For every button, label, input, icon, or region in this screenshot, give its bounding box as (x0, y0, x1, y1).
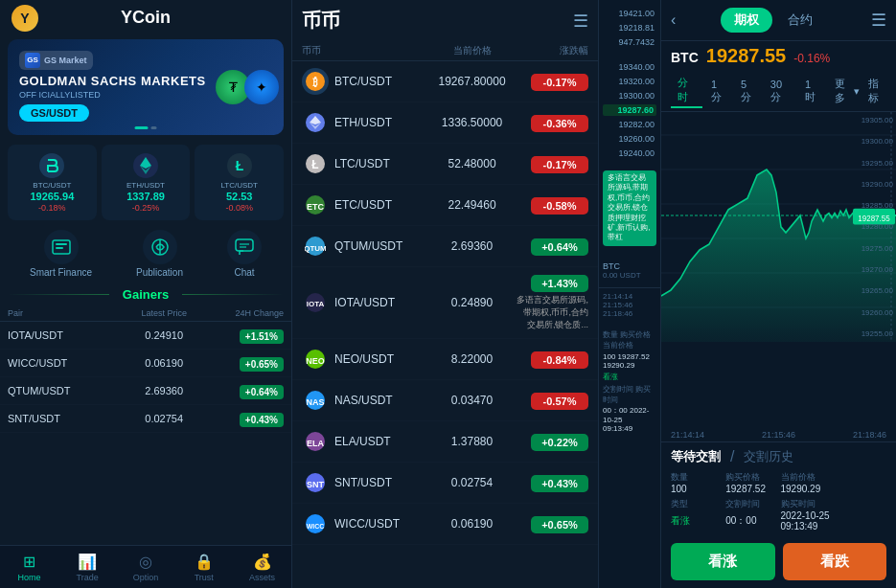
ltc-change: -0.08% (225, 203, 253, 213)
list-item[interactable]: WICC WICC/USDT 0.06190 +0.65% (292, 504, 598, 545)
p3-qty-label: 数量 购买价格 当前价格 (603, 329, 656, 351)
btc-price: 19265.94 (30, 191, 74, 202)
tab-1min[interactable]: 1分 (704, 77, 732, 106)
snt-pair: SNT/USDT (334, 476, 392, 489)
type-value: 看涨 (671, 514, 722, 528)
crypto-cards: BTC/USDT 19265.94 -0.18% ETH/USDT 1337.8… (0, 139, 291, 226)
buy-button[interactable]: 看涨 (671, 543, 775, 580)
trade-icon: 📊 (78, 552, 97, 571)
nas-change: -0.57% (517, 392, 588, 410)
p2-menu-icon[interactable]: ☰ (573, 11, 588, 32)
eth-price: 1336.50000 (427, 116, 517, 129)
gainers-title: Gainers (123, 287, 169, 302)
nas-coin-icon: NAS (302, 387, 329, 414)
ltc-coin-icon: Ł (302, 150, 329, 177)
btc-card[interactable]: BTC/USDT 19265.94 -0.18% (8, 145, 97, 220)
list-item[interactable]: ₿ BTC/USDT 19267.80000 -0.17% (292, 61, 598, 102)
list-item[interactable]: QTUM QTUM/USDT 2.69360 +0.64% (292, 226, 598, 267)
coin-info-qtum: QTUM QTUM/USDT (302, 233, 427, 260)
list-item[interactable]: IOTA IOTA/USDT 0.24890 +1.43% 多语言交易所源码,带… (292, 267, 598, 339)
chat-label: Chat (234, 267, 254, 278)
nav-trade[interactable]: 📊 Trade (58, 552, 117, 582)
smart-finance-label: Smart Finance (30, 267, 92, 278)
p3-buy-date: 09:13:49 (603, 424, 656, 433)
time-label-3: 21:18:46 (853, 430, 886, 440)
tab-fenshi[interactable]: 分时 (671, 74, 702, 108)
list-item[interactable]: ETC ETC/USDT 22.49460 -0.58% (292, 185, 598, 226)
publication-link[interactable]: Publication (136, 230, 183, 278)
table-row[interactable]: QTUM/USDT 2.69360 +0.64% (0, 377, 291, 405)
p4-menu-icon[interactable]: ☰ (871, 10, 886, 31)
trade-tab-history[interactable]: 交割历史 (744, 448, 793, 465)
table-row[interactable]: WICC/USDT 0.06190 +0.65% (0, 350, 291, 377)
list-item[interactable]: ETH/USDT 1336.50000 -0.36% (292, 102, 598, 144)
row-change: +0.43% (210, 410, 284, 427)
row-change: +0.65% (210, 354, 284, 372)
price-row: BTC 19287.55 -0.16% (661, 41, 896, 71)
eth-card[interactable]: ETH/USDT 1337.89 -0.25% (102, 145, 191, 220)
coin-info-ltc: Ł LTC/USDT (302, 150, 427, 177)
tab-group: 期权 合约 (721, 8, 826, 33)
svg-rect-8 (56, 247, 63, 249)
row-pair: IOTA/USDT (8, 329, 118, 341)
trade-tab-waiting[interactable]: 等待交割 (671, 448, 721, 465)
nas-price: 0.03470 (427, 394, 517, 407)
back-button[interactable]: ‹ (671, 11, 676, 29)
tab-1h[interactable]: 1时 (798, 77, 826, 106)
row-pair: SNT/USDT (8, 413, 118, 424)
svg-rect-11 (236, 239, 253, 251)
btc-pair: BTC/USDT (334, 75, 392, 88)
list-item[interactable]: ELA ELA/USDT 1.37880 +0.22% (292, 421, 598, 463)
nav-trust[interactable]: 🔒 Trust (174, 552, 233, 582)
bottom-nav: ⊞ Home 📊 Trade ◎ Option 🔒 Trust 💰 Assets (0, 545, 291, 588)
coin-info-eth: ETH/USDT (302, 109, 427, 136)
indicator-button[interactable]: 指标 (868, 77, 886, 105)
tab-5min[interactable]: 5分 (734, 77, 762, 106)
quick-links: Smart Finance Publication C (0, 226, 291, 283)
time-labels: 21:14:14 21:15:46 21:18:46 (599, 287, 660, 322)
buy-price-label: 购买价格 (725, 471, 776, 484)
coin-info-nas: NAS NAS/USDT (302, 387, 427, 414)
ltc-icon: Ł (226, 152, 253, 179)
gs-banner[interactable]: GS GS Market GOLDMAN SACHS MARKETS OFF I… (8, 39, 284, 135)
type-label: 类型 (671, 498, 722, 510)
ela-pair: ELA/USDT (334, 435, 391, 448)
gainers-rows: IOTA/USDT 0.24910 +1.51% WICC/USDT 0.061… (0, 322, 291, 433)
coin-info-ela: ELA ELA/USDT (302, 428, 427, 455)
list-item[interactable]: NAS NAS/USDT 0.03470 -0.57% (292, 380, 598, 421)
time-label-2: 21:15:46 (762, 430, 795, 440)
tab-more[interactable]: 更多▾ (828, 75, 866, 107)
chat-link[interactable]: Chat (227, 230, 262, 278)
table-row[interactable]: IOTA/USDT 0.24910 +1.51% (0, 322, 291, 350)
tab-options[interactable]: 期权 (721, 8, 772, 33)
axis-19300: 19300.00 (846, 137, 893, 146)
table-row[interactable]: SNT/USDT 0.02754 +0.43% (0, 405, 291, 433)
panel-coin-list: 币币 ☰ 币币 当前价格 涨跌幅 ₿ BTC/USDT 19267.80000 … (292, 0, 599, 588)
ltc-card[interactable]: Ł LTC/USDT 52.53 -0.08% (195, 145, 284, 220)
trade-section: 等待交割 / 交割历史 数量 购买价格 当前价格 100 19287.52 19… (661, 441, 896, 537)
iota-pair: IOTA/USDT (334, 296, 395, 309)
tab-30min[interactable]: 30分 (764, 77, 796, 106)
smart-finance-link[interactable]: Smart Finance (30, 230, 92, 278)
wicc-pair: WICC/USDT (334, 517, 400, 531)
nav-option[interactable]: ◎ Option (117, 552, 175, 582)
price-947: 947.7432 (603, 36, 656, 48)
bottom-action-buttons: 看涨 看跌 (661, 537, 896, 588)
list-item[interactable]: Ł LTC/USDT 52.48000 -0.17% (292, 144, 598, 185)
nav-home[interactable]: ⊞ Home (0, 552, 58, 582)
wicc-change: +0.65% (517, 515, 588, 533)
sell-button[interactable]: 看跌 (783, 543, 887, 580)
col-coin: 币币 (302, 44, 427, 57)
row-price: 2.69360 (118, 385, 210, 396)
price-19260: 19260.00 (603, 133, 656, 145)
banner-button[interactable]: GS/USDT (19, 104, 89, 122)
neo-change: -0.84% (517, 351, 588, 369)
nav-assets[interactable]: 💰 Assets (233, 552, 291, 582)
iota-tooltip-hint: 多语言交易所源码,带期权,币币,合约交易所,锁仓质... (517, 294, 588, 331)
qty-label: 数量 (671, 471, 722, 484)
gainers-line-right (182, 294, 284, 295)
list-item[interactable]: NEO NEO/USDT 8.22000 -0.84% (292, 339, 598, 380)
tab-contract[interactable]: 合约 (774, 8, 826, 33)
list-item[interactable]: SNT SNT/USDT 0.02754 +0.43% (292, 463, 598, 504)
coin-info-snt: SNT SNT/USDT (302, 469, 427, 496)
